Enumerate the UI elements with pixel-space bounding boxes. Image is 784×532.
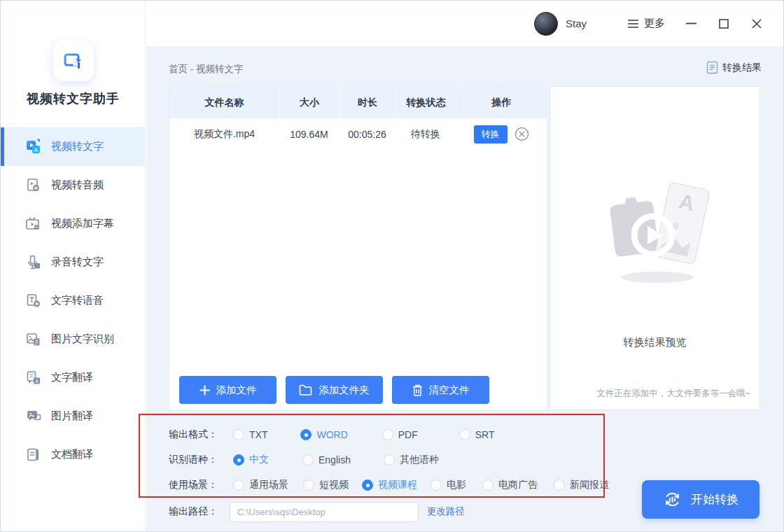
document-icon <box>706 61 718 74</box>
start-convert-label: 开始转换 <box>691 491 738 507</box>
remove-file-button[interactable] <box>514 127 529 141</box>
sidebar-item-label: 图片文字识别 <box>51 332 114 346</box>
folder-icon <box>299 384 312 396</box>
sidebar-item-label: 图片翻译 <box>51 410 93 423</box>
video-to-audio-icon <box>24 176 42 195</box>
radio-circle-checked <box>233 454 244 465</box>
radio-english[interactable]: English <box>298 454 351 465</box>
conversion-results-link[interactable]: 转换结果 <box>706 61 762 74</box>
language-row: 识别语种： 中文 English 其他语种 <box>169 449 439 470</box>
svg-text:A: A <box>34 147 38 153</box>
radio-circle <box>430 479 442 491</box>
radio-label: 通用场景 <box>249 479 288 491</box>
sidebar-item-image-translate[interactable]: 图片翻译 <box>1 397 146 435</box>
radio-ecommerce-ad[interactable]: 电商广告 <box>477 479 538 491</box>
clear-files-button[interactable]: 清空文件 <box>392 376 489 404</box>
main-content: 首页 - 视频转文字 转换结果 文件名称 大小 时长 转换状态 操作 视频文件.… <box>146 46 784 532</box>
col-status: 转换状态 <box>396 87 456 118</box>
sidebar-item-text-translate[interactable]: 文 A 文字翻译 <box>1 358 146 397</box>
radio-chinese[interactable]: 中文 <box>228 454 269 466</box>
scene-label: 使用场景： <box>169 479 228 491</box>
image-ocr-icon <box>24 330 42 349</box>
output-format-row: 输出格式： TXT WORD PDF SRT <box>169 424 495 445</box>
close-button[interactable] <box>750 17 764 31</box>
radio-circle <box>233 479 244 491</box>
radio-label: 电影 <box>447 479 466 491</box>
app-logo <box>53 41 94 81</box>
radio-label: 新闻报道 <box>570 479 609 491</box>
output-path-row: 输出路径： 更改路径 <box>169 501 465 522</box>
add-file-button[interactable]: 添加文件 <box>179 376 276 404</box>
radio-video-course[interactable]: 视频课程 <box>357 479 417 491</box>
output-format-label: 输出格式： <box>169 428 228 441</box>
output-path-input[interactable] <box>230 502 419 522</box>
convert-button[interactable]: 转换 <box>474 125 507 144</box>
add-file-label: 添加文件 <box>216 384 257 397</box>
start-convert-button[interactable]: 开始转换 <box>642 480 760 519</box>
radio-word[interactable]: WORD <box>295 429 347 440</box>
col-file-name: 文件名称 <box>169 87 279 118</box>
clear-files-label: 清空文件 <box>429 384 470 397</box>
minimize-icon <box>686 22 696 24</box>
radio-short-video[interactable]: 短视频 <box>298 479 349 491</box>
user-avatar[interactable] <box>534 12 558 36</box>
radio-srt[interactable]: SRT <box>454 429 495 440</box>
preview-placeholder-art: A <box>596 165 715 298</box>
sidebar-item-label: 视频转文字 <box>51 140 104 153</box>
maximize-button[interactable] <box>717 17 731 31</box>
text-translate-icon: 文 A <box>24 369 42 387</box>
radio-circle <box>482 479 493 491</box>
sidebar-item-video-to-text[interactable]: A 视频转文字 <box>1 127 146 166</box>
radio-circle <box>233 429 244 440</box>
file-list-panel: 文件名称 大小 时长 转换状态 操作 视频文件.mp4 109.64M 00:0… <box>169 86 547 410</box>
more-menu-button[interactable]: 更多 <box>627 17 665 30</box>
svg-text:A: A <box>35 379 38 384</box>
cell-duration: 00:05:26 <box>339 118 396 150</box>
radio-movie[interactable]: 电影 <box>426 479 466 491</box>
scene-row: 使用场景： 通用场景 短视频 视频课程 电影 电商广告 <box>169 475 609 496</box>
image-translate-icon <box>24 407 42 426</box>
video-to-text-icon: A <box>24 138 42 156</box>
video-subtitle-icon <box>24 215 42 233</box>
app-window: 视频转文字助手 A 视频转文字 <box>0 0 784 532</box>
radio-pdf[interactable]: PDF <box>377 429 418 440</box>
sidebar: 视频转文字助手 A 视频转文字 <box>1 1 146 532</box>
output-path-label: 输出路径： <box>169 505 228 518</box>
sidebar-menu: A 视频转文字 视频转音频 <box>1 127 146 474</box>
minimize-button[interactable] <box>684 17 698 31</box>
add-folder-button[interactable]: 添加文件夹 <box>286 376 383 404</box>
sidebar-item-video-add-subtitle[interactable]: 视频添加字幕 <box>1 204 146 243</box>
titlebar: Stay 更多 <box>146 1 784 46</box>
change-path-link[interactable]: 更改路径 <box>427 505 465 518</box>
radio-other-language[interactable]: 其他语种 <box>379 454 439 466</box>
radio-circle-checked <box>300 429 312 440</box>
col-actions: 操作 <box>456 87 547 118</box>
radio-circle <box>554 479 565 491</box>
breadcrumb: 首页 - 视频转文字 <box>169 63 244 76</box>
sidebar-item-label: 文字翻译 <box>51 371 93 384</box>
radio-circle <box>384 454 395 465</box>
radio-label: 电商广告 <box>498 479 538 491</box>
sidebar-item-text-to-speech[interactable]: 文字转语音 <box>1 281 146 320</box>
radio-circle <box>303 479 314 491</box>
sidebar-item-doc-translate[interactable]: 文档翻译 <box>1 435 146 474</box>
sidebar-item-record-to-text[interactable]: a 录音转文字 <box>1 243 146 281</box>
circle-x-icon <box>514 127 529 141</box>
sidebar-item-image-ocr[interactable]: 图片文字识别 <box>1 320 146 358</box>
radio-txt[interactable]: TXT <box>228 429 267 440</box>
sidebar-item-video-to-audio[interactable]: 视频转音频 <box>1 166 146 204</box>
radio-label: TXT <box>249 429 267 440</box>
col-size: 大小 <box>279 87 339 118</box>
user-name: Stay <box>566 18 587 29</box>
radio-circle <box>459 429 470 440</box>
sidebar-item-label: 文档翻译 <box>51 448 93 461</box>
file-actions-bar: 添加文件 添加文件夹 清空文件 <box>169 376 547 404</box>
radio-news-report[interactable]: 新闻报道 <box>549 479 609 491</box>
radio-circle-checked <box>362 479 373 491</box>
plus-icon <box>200 385 210 396</box>
sidebar-item-label: 文字转语音 <box>51 294 104 307</box>
radio-label: English <box>318 454 351 465</box>
convert-refresh-icon <box>663 490 682 509</box>
radio-general-scene[interactable]: 通用场景 <box>228 479 288 491</box>
col-duration: 时长 <box>339 87 396 118</box>
